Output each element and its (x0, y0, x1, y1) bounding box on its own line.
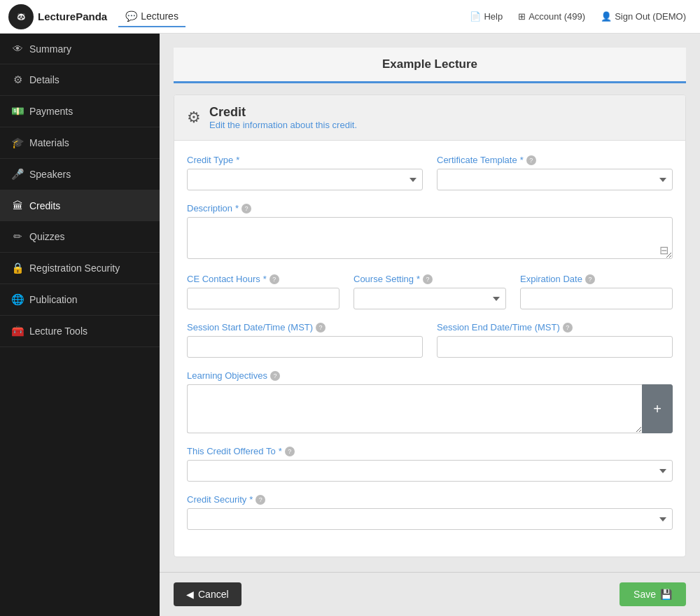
expiration-date-help-icon[interactable]: ? (585, 274, 595, 284)
certificate-help-icon[interactable]: ? (526, 155, 536, 165)
sidebar-label-publication: Publication (29, 294, 78, 305)
materials-icon: 🎓 (11, 136, 24, 149)
session-end-help-icon[interactable]: ? (563, 323, 573, 332)
expiration-date-group: Expiration Date ? (520, 274, 673, 309)
session-start-label-text: Session Start Date/Time (MST) (187, 322, 313, 332)
learning-objectives-textarea[interactable] (187, 384, 642, 433)
expiration-date-label: Expiration Date ? (520, 274, 673, 284)
learning-objectives-group: Learning Objectives ? + (187, 370, 673, 433)
credit-title: Credit (209, 105, 357, 120)
credit-offered-to-label-text: This Credit Offered To (187, 446, 276, 456)
form-row-1: Credit Type * Certificate Template * (187, 155, 673, 190)
sidebar-item-registration-security[interactable]: 🔒 Registration Security (0, 253, 160, 284)
credit-type-required: * (236, 155, 239, 165)
sidebar-item-speakers[interactable]: 🎤 Speakers (0, 159, 160, 190)
eye-icon: 👁 (11, 43, 24, 55)
description-wrapper: ⊟ (187, 217, 673, 261)
description-format-icon: ⊟ (659, 244, 668, 257)
session-start-help-icon[interactable]: ? (316, 323, 326, 332)
form-row-6: This Credit Offered To * ? (187, 446, 673, 482)
credits-icon: 🏛 (11, 200, 24, 211)
description-textarea[interactable] (187, 217, 673, 259)
expiration-date-input[interactable] (520, 288, 673, 309)
certificate-template-group: Certificate Template * ? (437, 155, 673, 190)
credit-settings-icon: ⚙ (187, 108, 201, 127)
quizzes-icon: ✏ (11, 230, 24, 243)
sidebar-label-materials: Materials (29, 137, 69, 148)
credit-card-header-text: Credit Edit the information about this c… (209, 105, 357, 130)
page-title: Example Lecture (174, 48, 686, 83)
credit-security-required: * (249, 494, 253, 505)
form-row-3: CE Contact Hours * ? Course Setting * ? (187, 274, 673, 309)
form-row-4: Session Start Date/Time (MST) ? Session … (187, 322, 673, 358)
sidebar-item-publication[interactable]: 🌐 Publication (0, 284, 160, 316)
help-label: Help (484, 11, 503, 22)
course-setting-required: * (416, 274, 420, 284)
sidebar-item-quizzes[interactable]: ✏ Quizzes (0, 221, 160, 253)
credit-security-select[interactable] (187, 508, 673, 530)
learning-objectives-label: Learning Objectives ? (187, 370, 673, 381)
credit-type-label: Credit Type * (187, 155, 423, 165)
session-end-group: Session End Date/Time (MST) ? (437, 322, 673, 358)
sidebar-item-summary[interactable]: 👁 Summary (0, 34, 160, 64)
save-button[interactable]: Save 💾 (620, 582, 686, 606)
top-nav: 🐼 LecturePanda 💬 Lectures 📄 Help ⊞ Accou… (0, 0, 700, 34)
credit-type-select[interactable] (187, 169, 423, 190)
account-button[interactable]: ⊞ Account (499) (512, 7, 591, 26)
lock-icon: 🔒 (11, 262, 24, 274)
description-label-text: Description (187, 203, 232, 214)
sidebar: 👁 Summary ⚙ Details 💵 Payments 🎓 Materia… (0, 34, 160, 616)
session-end-input[interactable] (437, 336, 673, 358)
sidebar-item-materials[interactable]: 🎓 Materials (0, 127, 160, 159)
add-learning-objective-button[interactable]: + (642, 384, 673, 433)
certificate-template-select[interactable] (437, 169, 673, 190)
session-end-label: Session End Date/Time (MST) ? (437, 322, 673, 332)
sidebar-item-payments[interactable]: 💵 Payments (0, 96, 160, 127)
signout-button[interactable]: 👤 Sign Out (DEMO) (595, 7, 692, 26)
sidebar-label-lecture-tools: Lecture Tools (29, 326, 88, 337)
credit-offered-help-icon[interactable]: ? (285, 447, 295, 456)
credit-offered-to-select[interactable] (187, 460, 673, 482)
account-icon: ⊞ (518, 11, 526, 22)
credit-offered-to-label: This Credit Offered To * ? (187, 446, 673, 456)
help-icon: 📄 (470, 11, 481, 22)
course-setting-select[interactable] (354, 288, 506, 309)
cancel-label: Cancel (198, 589, 229, 600)
cancel-chevron-icon: ◀ (186, 589, 194, 600)
lectures-nav-button[interactable]: 💬 Lectures (118, 6, 186, 27)
ce-required: * (263, 274, 267, 284)
sidebar-label-registration-security: Registration Security (29, 262, 120, 274)
logo-text: LecturePanda (38, 10, 107, 22)
sidebar-item-details[interactable]: ⚙ Details (0, 64, 160, 96)
form-row-2: Description * ? ⊟ (187, 203, 673, 261)
credit-type-label-text: Credit Type (187, 155, 233, 165)
credit-security-group: Credit Security * ? (187, 494, 673, 530)
course-setting-label-text: Course Setting (354, 274, 414, 284)
account-label: Account (499) (528, 11, 585, 22)
session-end-label-text: Session End Date/Time (MST) (437, 322, 560, 332)
credit-offered-required: * (279, 446, 282, 456)
description-help-icon[interactable]: ? (241, 204, 251, 214)
credit-security-help-icon[interactable]: ? (255, 495, 265, 505)
ce-contact-hours-label: CE Contact Hours * ? (187, 274, 340, 284)
learning-objectives-help-icon[interactable]: ? (270, 371, 280, 381)
cancel-button[interactable]: ◀ Cancel (174, 582, 241, 606)
sidebar-item-lecture-tools[interactable]: 🧰 Lecture Tools (0, 316, 160, 347)
course-setting-help-icon[interactable]: ? (423, 274, 433, 284)
help-button[interactable]: 📄 Help (464, 7, 508, 26)
sidebar-label-credits: Credits (29, 200, 60, 211)
publication-icon: 🌐 (11, 293, 24, 306)
save-label: Save (634, 589, 656, 600)
learning-objectives-row: + (187, 384, 673, 433)
sidebar-item-credits[interactable]: 🏛 Credits (0, 190, 160, 221)
description-label: Description * ? (187, 203, 673, 214)
ce-contact-hours-input[interactable] (187, 288, 340, 309)
ce-help-icon[interactable]: ? (270, 274, 279, 284)
top-nav-right: 📄 Help ⊞ Account (499) 👤 Sign Out (DEMO) (464, 7, 692, 26)
course-setting-label: Course Setting * ? (354, 274, 506, 284)
app-logo[interactable]: 🐼 LecturePanda (8, 4, 107, 29)
credit-type-group: Credit Type * (187, 155, 423, 190)
session-start-input[interactable] (187, 336, 423, 358)
session-start-group: Session Start Date/Time (MST) ? (187, 322, 423, 358)
signout-label: Sign Out (DEMO) (615, 11, 686, 22)
